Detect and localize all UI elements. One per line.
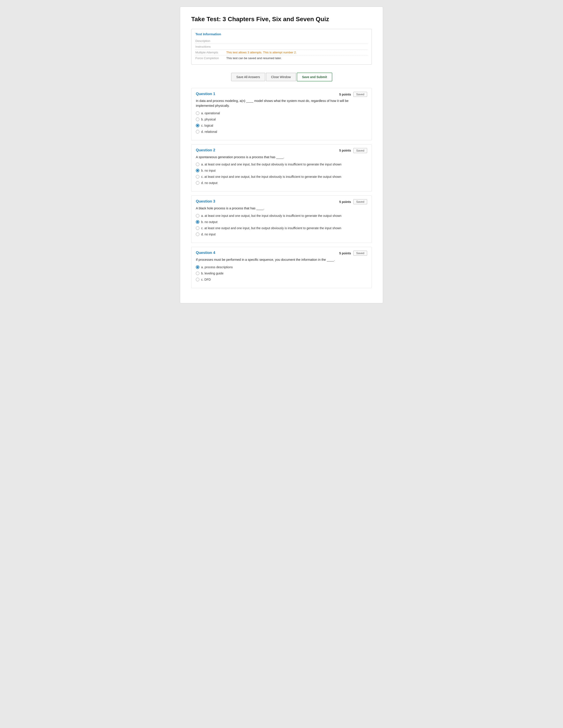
saved-badge: Saved xyxy=(353,148,367,153)
action-bar: Save All Answers Close Window Save and S… xyxy=(191,73,372,81)
option-text: c. DFD xyxy=(201,277,211,282)
saved-badge: Saved xyxy=(353,251,367,256)
question-meta: 5 pointsSaved xyxy=(339,251,367,256)
option-text: a. at least one output and one input, bu… xyxy=(201,162,342,167)
radio-button[interactable] xyxy=(196,124,199,127)
option-text: d. no input xyxy=(201,232,215,237)
option-text: a. at least one input and one output, bu… xyxy=(201,214,342,218)
question-text: A black hole process is a process that h… xyxy=(196,206,367,211)
question-header: Question 15 pointsSaved xyxy=(196,92,367,97)
option-item[interactable]: a. operational xyxy=(196,111,367,116)
test-info-box: Test Information DescriptionInstructions… xyxy=(191,29,372,65)
question-text: In data and process modeling, a(n) ____ … xyxy=(196,99,367,108)
points-label: 5 points xyxy=(339,251,351,255)
option-text: a. process descriptions xyxy=(201,265,233,270)
test-info-row-value: This test allows 3 attempts. This is att… xyxy=(226,51,297,54)
option-item[interactable]: a. process descriptions xyxy=(196,265,367,270)
option-item[interactable]: b. physical xyxy=(196,117,367,122)
save-all-button[interactable]: Save All Answers xyxy=(231,73,265,81)
option-text: d. relational xyxy=(201,129,217,134)
test-info-row-label: Force Completion xyxy=(195,56,226,60)
test-info-row: Description xyxy=(195,38,368,44)
option-item[interactable]: b. leveling guide xyxy=(196,271,367,276)
points-label: 5 points xyxy=(339,149,351,152)
options-list: a. operationalb. physicalc. logicald. re… xyxy=(196,111,367,134)
options-list: a. process descriptionsb. leveling guide… xyxy=(196,265,367,282)
radio-button[interactable] xyxy=(196,163,199,166)
question-header: Question 25 pointsSaved xyxy=(196,148,367,153)
page-title: Take Test: 3 Chapters Five, Six and Seve… xyxy=(191,16,372,23)
option-text: c. logical xyxy=(201,123,213,128)
option-text: b. leveling guide xyxy=(201,271,223,276)
radio-button[interactable] xyxy=(196,233,199,236)
option-text: b. physical xyxy=(201,117,216,122)
test-info-row-label: Multiple Attempts xyxy=(195,51,226,54)
option-item[interactable]: b. no output xyxy=(196,220,367,224)
radio-button[interactable] xyxy=(196,130,199,133)
option-item[interactable]: c. at least one output and one input, bu… xyxy=(196,226,367,231)
test-info-row: Multiple AttemptsThis test allows 3 atte… xyxy=(195,50,368,55)
option-text: b. no input xyxy=(201,168,215,173)
question-meta: 5 pointsSaved xyxy=(339,199,367,204)
page-wrapper: Take Test: 3 Chapters Five, Six and Seve… xyxy=(180,7,383,303)
question-block: Question 15 pointsSavedIn data and proce… xyxy=(191,88,372,140)
option-item[interactable]: a. at least one output and one input, bu… xyxy=(196,162,367,167)
option-item[interactable]: c. at least one input and one output, bu… xyxy=(196,174,367,179)
option-text: b. no output xyxy=(201,220,217,224)
options-list: a. at least one output and one input, bu… xyxy=(196,162,367,185)
saved-badge: Saved xyxy=(353,92,367,97)
option-item[interactable]: b. no input xyxy=(196,168,367,173)
question-text: If processes must be performed in a spec… xyxy=(196,257,367,262)
question-title: Question 4 xyxy=(196,251,215,255)
question-title: Question 3 xyxy=(196,199,215,204)
option-text: c. at least one output and one input, bu… xyxy=(201,226,341,231)
question-header: Question 35 pointsSaved xyxy=(196,199,367,204)
question-text: A spontaneous generation process is a pr… xyxy=(196,155,367,160)
question-block: Question 35 pointsSavedA black hole proc… xyxy=(191,195,372,243)
radio-button[interactable] xyxy=(196,220,199,224)
close-window-button[interactable]: Close Window xyxy=(266,73,296,81)
radio-button[interactable] xyxy=(196,169,199,172)
radio-button[interactable] xyxy=(196,265,199,269)
question-meta: 5 pointsSaved xyxy=(339,92,367,97)
question-block: Question 45 pointsSavedIf processes must… xyxy=(191,247,372,288)
questions-container: Question 15 pointsSavedIn data and proce… xyxy=(191,88,372,288)
question-title: Question 1 xyxy=(196,92,215,96)
test-info-row-value: This test can be saved and resumed later… xyxy=(226,56,282,60)
points-label: 5 points xyxy=(339,93,351,96)
option-item[interactable]: d. no output xyxy=(196,181,367,185)
option-item[interactable]: d. relational xyxy=(196,129,367,134)
question-header: Question 45 pointsSaved xyxy=(196,251,367,256)
points-label: 5 points xyxy=(339,200,351,204)
test-info-title: Test Information xyxy=(195,32,368,36)
option-item[interactable]: c. DFD xyxy=(196,277,367,282)
radio-button[interactable] xyxy=(196,118,199,121)
option-item[interactable]: d. no input xyxy=(196,232,367,237)
option-text: c. at least one input and one output, bu… xyxy=(201,174,341,179)
test-info-row-label: Description xyxy=(195,39,226,43)
radio-button[interactable] xyxy=(196,278,199,281)
question-title: Question 2 xyxy=(196,148,215,152)
option-text: d. no output xyxy=(201,181,217,185)
options-list: a. at least one input and one output, bu… xyxy=(196,214,367,237)
question-meta: 5 pointsSaved xyxy=(339,148,367,153)
radio-button[interactable] xyxy=(196,111,199,115)
saved-badge: Saved xyxy=(353,199,367,204)
test-info-row-label: Instructions xyxy=(195,45,226,48)
option-text: a. operational xyxy=(201,111,220,116)
radio-button[interactable] xyxy=(196,175,199,178)
radio-button[interactable] xyxy=(196,181,199,185)
radio-button[interactable] xyxy=(196,214,199,218)
option-item[interactable]: c. logical xyxy=(196,123,367,128)
question-block: Question 25 pointsSavedA spontaneous gen… xyxy=(191,144,372,192)
test-info-row: Instructions xyxy=(195,44,368,50)
radio-button[interactable] xyxy=(196,272,199,275)
save-submit-button[interactable]: Save and Submit xyxy=(297,73,332,81)
test-info-row: Force CompletionThis test can be saved a… xyxy=(195,55,368,61)
option-item[interactable]: a. at least one input and one output, bu… xyxy=(196,214,367,218)
radio-button[interactable] xyxy=(196,226,199,230)
